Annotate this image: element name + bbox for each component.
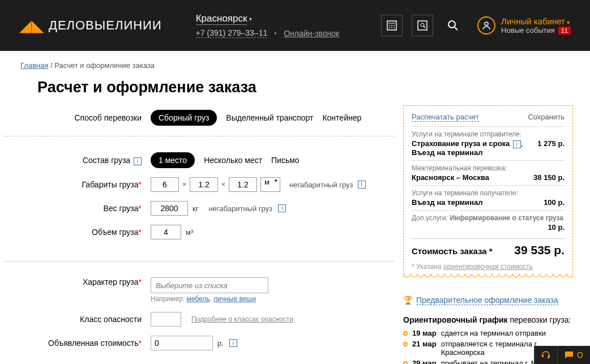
receipt-line-label: Въезд на терминал (412, 198, 482, 207)
weight-input[interactable] (151, 201, 188, 216)
receipt-total-label: Стоимость заказа * (412, 246, 493, 256)
receipt-section-head: Услуги на терминале отправителе: (412, 130, 565, 138)
info-icon[interactable]: i (278, 204, 286, 212)
length-input[interactable] (151, 177, 179, 192)
svg-point-5 (389, 27, 390, 28)
preorder-link[interactable]: Предварительное оформление заказа (416, 296, 558, 305)
receipt-panel: Распечатать расчет Сохранить Услуги на т… (403, 105, 573, 277)
tracking-icon[interactable] (412, 15, 433, 36)
receipt-line-price: 38 150 р. (533, 173, 565, 182)
danger-class-label: Класс опасности (37, 315, 151, 324)
receipt-line-label: Страхование груза и срока i, Въезд на те… (412, 139, 523, 157)
svg-point-4 (394, 25, 395, 26)
trophy-icon: 🏆 (403, 296, 413, 305)
print-link[interactable]: Распечатать расчет (412, 113, 479, 122)
receipt-section-head: Доп.услуги: Информирование о статусе гру… (412, 214, 565, 222)
shipping-option-dedicated[interactable]: Выделенный транспорт (226, 113, 313, 122)
weight-unit: кг (193, 204, 198, 213)
receipt-footnote: * Указана ориентировочная стоимость (412, 263, 565, 271)
info-icon[interactable]: i (513, 140, 521, 148)
declared-value-input[interactable] (151, 336, 213, 350)
receipt-total-price: 39 535 р. (514, 243, 565, 257)
user-icon[interactable] (477, 16, 495, 35)
height-input[interactable] (229, 177, 257, 192)
bullet-icon (403, 342, 408, 346)
headset-button[interactable] (534, 346, 557, 364)
weight-label: Вес груза* (37, 204, 151, 213)
shipping-option-container[interactable]: Контейнер (322, 113, 361, 122)
schedule-item: 19 мар сдается на терминал отправки (403, 329, 573, 337)
calculator-icon[interactable] (381, 15, 403, 36)
compose-letter[interactable]: Письмо (271, 156, 300, 165)
city-name: Красноярск (196, 13, 247, 25)
breadcrumb-home[interactable]: Главная (20, 61, 48, 70)
svg-point-6 (391, 27, 392, 28)
schedule-title: Ориентировочный график перевозки груза: (403, 315, 573, 324)
info-icon[interactable]: i (134, 157, 142, 165)
cargo-compose-label: Состав груза i (37, 156, 151, 165)
chat-button[interactable]: О (557, 346, 590, 364)
compose-multi-place[interactable]: Несколько мест (204, 156, 262, 165)
cabinet-link[interactable]: Личный кабинет (501, 16, 571, 26)
shipping-option-groupage[interactable]: Сборный груз (151, 110, 217, 126)
online-call-link[interactable]: Онлайн-звонок (284, 29, 339, 38)
receipt-line-price: 10 р. (548, 223, 565, 232)
breadcrumb-current: Расчет и оформление заказа (54, 61, 155, 70)
events-badge: 11 (558, 27, 571, 35)
chevron-down-icon: ▾ (274, 31, 277, 36)
receipt-line-label: Красноярск – Москва (412, 173, 489, 182)
danger-class-input[interactable] (151, 312, 181, 327)
declared-value-label: Объявленная стоимость* (37, 339, 151, 348)
svg-rect-14 (542, 355, 544, 357)
breadcrumb: Главная / Расчет и оформление заказа (0, 51, 590, 74)
svg-line-12 (455, 27, 458, 30)
bullet-icon (403, 331, 408, 336)
shipping-method-label: Способ перевозки (37, 113, 151, 122)
svg-point-7 (394, 27, 395, 28)
svg-line-10 (424, 26, 425, 28)
dimensions-label: Габариты груза* (37, 180, 151, 189)
page-title: Расчет и оформление заказа (0, 74, 590, 105)
example-personal-link[interactable]: личные вещи (213, 295, 256, 303)
danger-more-link[interactable]: Подробнее о классах опасности (191, 315, 293, 323)
compose-one-place[interactable]: 1 место (151, 152, 195, 168)
nature-select[interactable] (151, 277, 268, 293)
oversize-text: негабаритный груз (289, 181, 353, 189)
svg-point-2 (389, 25, 390, 26)
svg-point-11 (448, 21, 455, 28)
events-label: Новые события (501, 26, 555, 35)
logo-text: ДЕЛОВЫЕЛИНИИ (49, 18, 162, 33)
declared-unit: р. (217, 339, 224, 348)
width-input[interactable] (190, 177, 218, 192)
svg-rect-15 (548, 355, 550, 357)
example-furniture-link[interactable]: мебель (186, 295, 210, 303)
nature-label: Характер груза* (37, 277, 151, 286)
receipt-section-head: Межтерминальная перевозка: (412, 164, 565, 172)
events-link[interactable]: Новые события 11 (501, 26, 571, 35)
bullet-icon (403, 361, 408, 364)
save-link[interactable]: Сохранить (528, 113, 565, 122)
receipt-line-price: 1 275 р. (537, 139, 565, 148)
svg-rect-8 (418, 21, 427, 30)
info-icon[interactable]: i (358, 181, 366, 189)
info-icon[interactable]: i (229, 339, 237, 347)
phone-number[interactable]: +7 (391) 279–33–11 (196, 28, 268, 38)
receipt-section-head: Услуги на терминале получателе: (412, 189, 565, 197)
svg-point-3 (391, 25, 392, 26)
oversize-text: негабаритный груз (208, 204, 272, 213)
nature-example: Например: мебель, личные вещи (151, 295, 268, 303)
volume-label: Объем груза* (37, 228, 151, 237)
city-selector[interactable]: Красноярск ▾ (196, 13, 339, 25)
footnote-link[interactable]: ориентировочная стоимость (443, 263, 533, 271)
search-icon[interactable] (442, 15, 464, 36)
logo[interactable]: ◢◣ ДЕЛОВЫЕЛИНИИ (19, 16, 162, 35)
receipt-line-price: 100 р. (544, 198, 565, 207)
dim-unit-select[interactable]: м (260, 177, 280, 192)
chevron-down-icon: ▾ (249, 16, 252, 22)
volume-unit: м³ (186, 228, 193, 237)
volume-input[interactable] (151, 225, 181, 239)
svg-point-13 (485, 22, 488, 25)
logo-icon: ◢◣ (19, 16, 44, 35)
